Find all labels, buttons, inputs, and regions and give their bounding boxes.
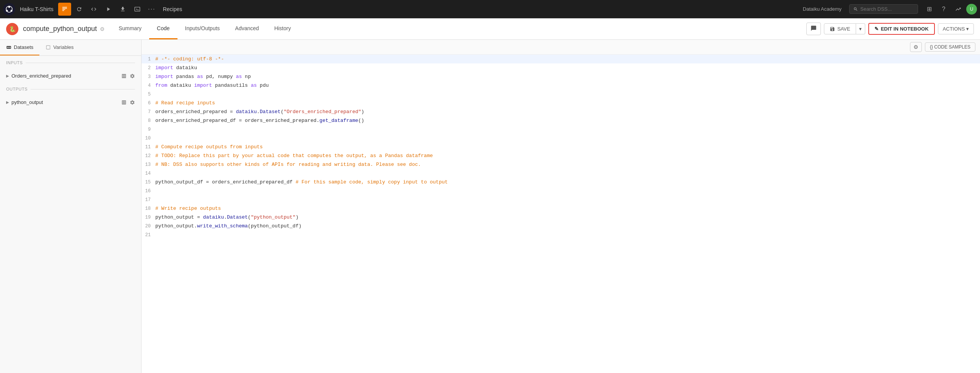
line-content: python_output_df = orders_enriched_prepa…	[155, 178, 980, 186]
user-avatar[interactable]: U	[966, 4, 977, 15]
svg-point-2	[8, 6, 10, 8]
sidebar-tab-datasets[interactable]: Datasets	[0, 40, 39, 55]
top-navigation: Haiku T-Shirts ··· Recipes Dataiku Acade…	[0, 0, 980, 18]
code-samples-button[interactable]: {} CODE SAMPLES	[925, 42, 975, 52]
output-dataset-actions	[121, 100, 135, 105]
deploy-icon[interactable]	[116, 3, 129, 16]
nav-right-icons: ⊞ ? U	[923, 3, 977, 16]
line-content: # Compute recipe outputs from inputs	[155, 143, 980, 151]
academy-link[interactable]: Dataiku Academy	[803, 6, 842, 12]
settings-icon[interactable]	[130, 73, 135, 79]
code-line: 10	[142, 134, 980, 143]
input-dataset-name: Orders_enriched_prepared	[11, 73, 121, 79]
tab-inputs-outputs[interactable]: Inputs/Outputs	[177, 18, 228, 39]
recipe-settings-icon[interactable]: ⚙	[100, 26, 105, 32]
recipes-breadcrumb-label: Recipes	[163, 6, 182, 12]
search-icon	[853, 6, 858, 12]
more-icon[interactable]: ···	[145, 3, 158, 16]
code-editor[interactable]: 1# -*- coding: utf-8 -*-2import dataiku3…	[142, 55, 980, 373]
line-content: # TODO: Replace this part by your actual…	[155, 151, 980, 160]
recipe-type-icon: 🐍	[6, 23, 18, 35]
input-dataset-item[interactable]: ▶ Orders_enriched_prepared	[0, 70, 141, 82]
line-number: 1	[142, 55, 155, 63]
line-number: 14	[142, 169, 155, 178]
outputs-section: Outputs	[0, 82, 141, 96]
sidebar-scroll-area: Inputs ▶ Orders_enriched_prepared Output…	[0, 56, 141, 373]
svg-point-4	[6, 10, 8, 11]
line-number: 12	[142, 151, 155, 160]
editor-area: ⚙ {} CODE SAMPLES 1# -*- coding: utf-8 -…	[142, 40, 980, 373]
line-content: python_output.write_with_schema(python_o…	[155, 222, 980, 230]
line-content: from dataiku import pandasutils as pdu	[155, 81, 980, 90]
line-content: # -*- coding: utf-8 -*-	[155, 55, 980, 63]
line-content	[155, 230, 980, 239]
recipes-nav-icon[interactable]	[58, 3, 71, 16]
tab-history[interactable]: History	[267, 18, 299, 39]
editor-settings-button[interactable]: ⚙	[910, 42, 922, 52]
edit-in-notebook-button[interactable]: ✎ EDIT IN NOTEBOOK	[868, 23, 935, 35]
tab-advanced[interactable]: Advanced	[228, 18, 267, 39]
line-content	[155, 125, 980, 134]
dataiku-logo	[3, 3, 15, 15]
code-line: 2import dataiku	[142, 63, 980, 72]
line-number: 11	[142, 143, 155, 151]
code-line: 12# TODO: Replace this part by your actu…	[142, 151, 980, 160]
svg-point-0	[3, 3, 15, 15]
project-name[interactable]: Haiku T-Shirts	[20, 6, 54, 12]
datasets-icon	[6, 45, 11, 50]
search-input[interactable]	[860, 6, 914, 12]
save-button-group: SAVE ▾	[824, 23, 865, 34]
tab-code[interactable]: Code	[149, 18, 177, 39]
refresh-icon[interactable]	[73, 3, 86, 16]
expand-caret: ▶	[6, 74, 9, 78]
line-content	[155, 90, 980, 99]
code-line: 8orders_enriched_prepared_df = orders_en…	[142, 116, 980, 125]
line-content: orders_enriched_prepared_df = orders_enr…	[155, 116, 980, 125]
run-icon[interactable]	[102, 3, 115, 16]
line-number: 19	[142, 213, 155, 222]
chat-button[interactable]	[806, 23, 821, 35]
code-line: 14	[142, 169, 980, 178]
code-line: 19python_output = dataiku.Dataset("pytho…	[142, 213, 980, 222]
line-number: 15	[142, 178, 155, 186]
code-line: 3import pandas as pd, numpy as np	[142, 72, 980, 81]
line-content	[155, 195, 980, 204]
line-number: 10	[142, 134, 155, 143]
output-dataset-item[interactable]: ▶ python_output	[0, 96, 141, 108]
sidebar-tab-variables[interactable]: Variables	[39, 40, 80, 55]
line-content: import dataiku	[155, 63, 980, 72]
line-number: 21	[142, 230, 155, 239]
svg-point-3	[11, 10, 13, 11]
terminal-icon[interactable]	[131, 3, 144, 16]
line-number: 8	[142, 116, 155, 125]
grid-icon[interactable]: ⊞	[923, 3, 936, 16]
search-box	[849, 4, 918, 14]
line-number: 13	[142, 160, 155, 169]
recipe-title: compute_python_output	[23, 25, 97, 33]
table-view-icon[interactable]	[121, 73, 127, 79]
outputs-label: Outputs	[6, 87, 135, 91]
code-icon[interactable]	[87, 3, 100, 16]
analytics-icon[interactable]	[952, 3, 965, 16]
code-line: 15python_output_df = orders_enriched_pre…	[142, 178, 980, 186]
line-number: 5	[142, 90, 155, 99]
code-line: 16	[142, 186, 980, 195]
line-number: 6	[142, 99, 155, 107]
line-content: python_output = dataiku.Dataset("python_…	[155, 213, 980, 222]
edit-notebook-label: EDIT IN NOTEBOOK	[881, 26, 929, 32]
code-line: 11# Compute recipe outputs from inputs	[142, 143, 980, 151]
line-number: 4	[142, 81, 155, 90]
inputs-section: Inputs	[0, 56, 141, 70]
actions-button[interactable]: ACTIONS ▾	[938, 23, 974, 34]
line-number: 18	[142, 204, 155, 213]
help-icon[interactable]: ?	[937, 3, 950, 16]
settings-icon-out[interactable]	[130, 100, 135, 105]
tab-summary[interactable]: Summary	[111, 18, 149, 39]
table-view-icon-out[interactable]	[121, 100, 127, 105]
line-content	[155, 186, 980, 195]
save-dropdown-button[interactable]: ▾	[856, 23, 865, 34]
code-line: 20python_output.write_with_schema(python…	[142, 222, 980, 230]
line-number: 20	[142, 222, 155, 230]
save-button[interactable]: SAVE	[824, 23, 856, 34]
code-line: 4from dataiku import pandasutils as pdu	[142, 81, 980, 90]
